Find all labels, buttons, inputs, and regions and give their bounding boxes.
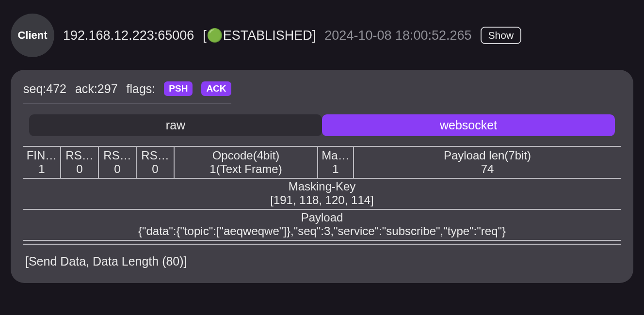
ws-fin-value: 1 [25, 162, 58, 176]
ws-rsv3-value: 0 [139, 162, 172, 176]
ws-rsv1-header: RS… [63, 149, 96, 162]
ws-opcode-header: Opcode(4bit) [177, 149, 315, 162]
ws-bitfields-row: FIN… 1 RS… 0 RS… 0 RS… 0 Opcode(4bit) 1(… [23, 146, 621, 179]
ws-paylen-header: Payload len(7bit) [356, 149, 619, 162]
connection-status: [🟢ESTABLISHED] [203, 28, 316, 43]
ws-mask-value: 1 [320, 162, 351, 176]
ws-fin-header: FIN… [25, 149, 58, 162]
ws-masking-key-row: Masking-Key [191, 118, 120, 114] [23, 179, 621, 210]
ws-rsv2-value: 0 [101, 162, 134, 176]
client-badge: Client [11, 14, 54, 57]
connection-timestamp: 2024-10-08 18:00:52.265 [324, 28, 471, 43]
ws-masking-key-header: Masking-Key [23, 180, 621, 193]
flags-label: flags: [127, 82, 156, 96]
ws-paylen-value: 74 [356, 162, 619, 176]
ws-rsv2-cell: RS… 0 [99, 147, 137, 178]
ws-rsv3-cell: RS… 0 [137, 147, 175, 178]
ws-rsv3-header: RS… [139, 149, 172, 162]
ws-paylen-cell: Payload len(7bit) 74 [354, 147, 621, 178]
flag-psh: PSH [164, 81, 193, 96]
packet-panel: seq:472 ack:297 flags: PSH ACK raw webso… [11, 70, 633, 283]
tab-websocket[interactable]: websocket [322, 114, 615, 136]
ws-payload-value: {"data":{"topic":["aeqweqwe"]},"seq":3,"… [23, 224, 621, 238]
ws-mask-cell: Ma… 1 [318, 147, 354, 178]
tab-raw[interactable]: raw [29, 114, 322, 136]
ws-rsv2-header: RS… [101, 149, 134, 162]
ws-fin-cell: FIN… 1 [23, 147, 61, 178]
ws-payload-header: Payload [23, 211, 621, 224]
ws-rsv1-cell: RS… 0 [61, 147, 99, 178]
ws-mask-header: Ma… [320, 149, 351, 162]
flag-ack: ACK [201, 81, 231, 96]
ws-masking-key-value: [191, 118, 120, 114] [23, 193, 621, 207]
seq-label: seq:472 [23, 82, 66, 96]
ws-payload-row: Payload {"data":{"topic":["aeqweqwe"]},"… [23, 210, 621, 241]
send-data-summary: [Send Data, Data Length (80)] [23, 254, 621, 268]
ack-label: ack:297 [75, 82, 118, 96]
connection-header: Client 192.168.12.223:65006 [🟢ESTABLISHE… [11, 14, 633, 57]
ws-opcode-value: 1(Text Frame) [177, 162, 315, 176]
client-address: 192.168.12.223:65006 [63, 28, 194, 43]
websocket-frame-table: FIN… 1 RS… 0 RS… 0 RS… 0 Opcode(4bit) 1(… [23, 146, 621, 245]
tcp-meta-row: seq:472 ack:297 flags: PSH ACK [23, 81, 231, 104]
view-tabs: raw websocket [23, 114, 621, 136]
ws-rsv1-value: 0 [63, 162, 96, 176]
table-end-divider [23, 243, 621, 245]
show-button[interactable]: Show [481, 27, 522, 44]
ws-opcode-cell: Opcode(4bit) 1(Text Frame) [175, 147, 318, 178]
